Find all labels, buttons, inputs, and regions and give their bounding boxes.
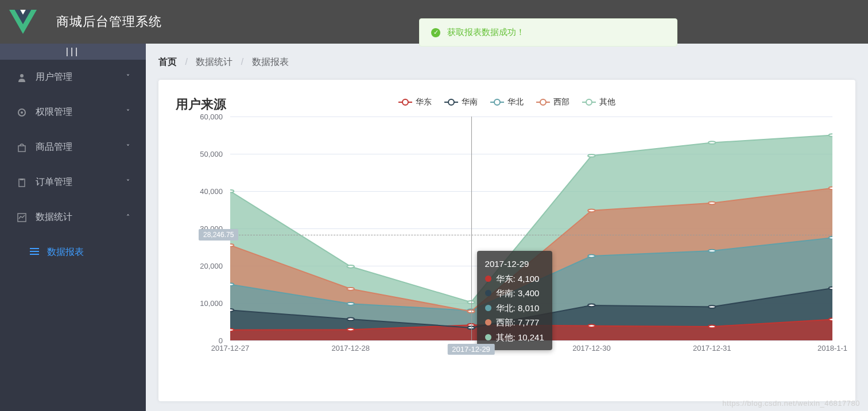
chart-plot[interactable]: 010,00020,00030,00040,00050,00060,000 28… (199, 117, 832, 363)
svg-point-17 (708, 325, 716, 328)
svg-point-36 (829, 187, 832, 189)
svg-point-42 (829, 134, 832, 137)
crosshair-label: 28,246.75 (199, 229, 238, 241)
svg-point-29 (708, 250, 716, 253)
chart-icon (16, 213, 28, 222)
sidebar: ||| 用户管理˅权限管理˅商品管理˅订单管理˅数据统计˄ 数据报表 (0, 44, 146, 411)
crosshair-horizontal (230, 235, 832, 235)
svg-point-14 (347, 328, 355, 331)
success-toast: ✓ 获取报表数据成功！ (419, 18, 677, 46)
sidebar-item-0[interactable]: 用户管理˅ (0, 60, 146, 95)
chart-legend: 华东华南华北西部其他 (176, 97, 838, 107)
chevron-up-icon: ˄ (126, 214, 130, 222)
svg-point-5 (21, 111, 23, 114)
svg-point-23 (708, 305, 716, 308)
svg-point-3 (20, 74, 24, 77)
svg-point-35 (708, 201, 716, 204)
svg-point-31 (230, 244, 234, 247)
plot-area[interactable]: 28,246.75 2017-12-29华东: 4,100华南: 3,400华北… (230, 117, 832, 340)
bag-icon (16, 143, 28, 152)
main-content: 首页 / 数据统计 / 数据报表 用户来源 华东华南华北西部其他 010,000… (146, 44, 868, 411)
vue-logo-icon (6, 5, 40, 39)
app-title: 商城后台管理系统 (56, 13, 162, 30)
clipboard-icon (16, 178, 28, 187)
sidebar-item-2[interactable]: 商品管理˅ (0, 130, 146, 165)
chart-tooltip: 2017-12-29华东: 4,100华南: 3,400华北: 8,010西部:… (477, 251, 552, 350)
legend-华北[interactable]: 华北 (490, 97, 524, 107)
user-icon (16, 73, 28, 82)
svg-point-37 (230, 190, 234, 193)
svg-point-25 (230, 283, 234, 286)
svg-rect-8 (20, 179, 24, 180)
sidebar-item-1[interactable]: 权限管理˅ (0, 95, 146, 130)
collapse-toggle[interactable]: ||| (0, 44, 146, 60)
breadcrumb-b: 数据报表 (252, 57, 289, 67)
svg-point-20 (347, 318, 355, 321)
y-axis: 010,00020,00030,00040,00050,00060,000 (193, 117, 227, 340)
chevron-down-icon: ˅ (126, 179, 130, 187)
chart-card: 用户来源 华东华南华北西部其他 010,00020,00030,00040,00… (158, 80, 855, 401)
gear-icon (16, 108, 28, 117)
svg-point-40 (588, 154, 595, 157)
svg-point-13 (230, 328, 234, 331)
svg-point-30 (829, 236, 832, 239)
svg-point-34 (588, 209, 595, 212)
chevron-down-icon: ˅ (126, 73, 130, 82)
svg-point-38 (347, 265, 355, 268)
breadcrumb: 首页 / 数据统计 / 数据报表 (158, 56, 855, 68)
svg-point-28 (588, 255, 595, 258)
legend-华东[interactable]: 华东 (398, 97, 432, 107)
check-icon: ✓ (431, 28, 440, 37)
chevron-down-icon: ˅ (126, 144, 130, 152)
breadcrumb-home[interactable]: 首页 (158, 57, 177, 67)
svg-rect-6 (18, 146, 25, 152)
svg-point-41 (708, 141, 716, 144)
list-icon (30, 247, 39, 258)
chevron-down-icon: ˅ (126, 108, 130, 117)
svg-point-19 (230, 309, 234, 312)
toast-text: 获取报表数据成功！ (447, 27, 525, 38)
sidebar-sub-label: 数据报表 (47, 246, 84, 258)
breadcrumb-a[interactable]: 数据统计 (196, 57, 232, 67)
svg-point-26 (347, 303, 355, 305)
svg-point-24 (829, 287, 832, 290)
svg-point-22 (588, 304, 595, 307)
watermark: https://blog.csdn.net/weixin_46817780 (722, 399, 860, 408)
legend-其他[interactable]: 其他 (582, 97, 615, 107)
legend-华南[interactable]: 华南 (444, 97, 478, 107)
sidebar-item-3[interactable]: 订单管理˅ (0, 165, 146, 200)
sidebar-sub-report[interactable]: 数据报表 (0, 235, 146, 270)
x-axis: 2017-12-272017-12-282017-12-292017-12-30… (230, 340, 832, 363)
legend-西部[interactable]: 西部 (536, 97, 569, 107)
svg-point-18 (829, 318, 832, 321)
chart-title: 用户来源 (176, 96, 226, 113)
sidebar-item-4[interactable]: 数据统计˄ (0, 200, 146, 235)
svg-point-16 (588, 324, 595, 327)
crosshair-vertical (471, 117, 472, 340)
svg-point-32 (347, 288, 355, 290)
